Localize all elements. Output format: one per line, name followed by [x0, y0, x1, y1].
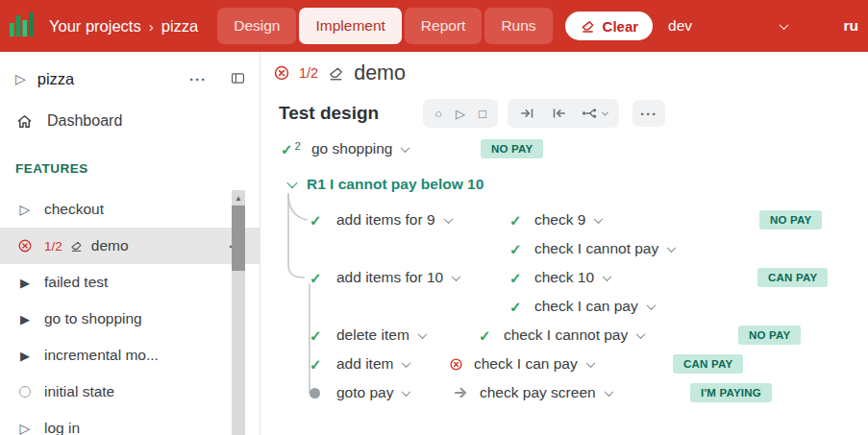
tree-row[interactable]: ✓ delete item ✓ check I cannot pay NO PA…: [310, 321, 868, 350]
state-badge: CAN PAY: [673, 354, 743, 374]
passed-check-icon: ✓: [509, 271, 522, 285]
sidebar: ▷ pizza ··· Dashboard FEATURES: [0, 52, 260, 435]
passed-check-icon: ✓: [310, 213, 322, 228]
tab-design[interactable]: Design: [217, 8, 296, 44]
branch-select[interactable]: dev: [664, 17, 791, 35]
chevron-down-icon[interactable]: [452, 272, 461, 281]
sidebar-item-go-to-shopping[interactable]: ▶ go to shopping: [0, 301, 260, 337]
action-label[interactable]: goto pay: [336, 384, 393, 401]
top-bar: Your projects › pizza Design Implement R…: [0, 0, 868, 52]
tree-row[interactable]: ✓ add items for 10 ✓ check 10 CAN PAY: [310, 263, 868, 292]
feature-label: checkout: [44, 201, 104, 218]
chevron-down-icon[interactable]: [286, 178, 297, 188]
stop-button[interactable]: □: [479, 108, 486, 120]
test-design-toolbar-row: Test design ○ ▷ □: [272, 98, 868, 129]
toolbar-more-button[interactable]: ···: [632, 100, 665, 127]
scroll-up-arrow[interactable]: ▲: [232, 190, 245, 205]
tree-row[interactable]: ✓ add items for 9 ✓ check 9 NO PAY: [310, 205, 868, 234]
state-badge: CAN PAY: [757, 268, 828, 287]
check-label[interactable]: check 9: [534, 211, 585, 229]
sidebar-scrollbar[interactable]: ▲: [232, 190, 245, 435]
sidebar-item-failed-test[interactable]: ▶ failed test: [0, 264, 260, 301]
scrollbar-thumb[interactable]: [232, 205, 245, 271]
tree-sub-row[interactable]: ✓ check I cannot pay: [310, 234, 868, 263]
tab-implement[interactable]: Implement: [299, 8, 401, 44]
passed-check-icon: ✓: [310, 271, 322, 285]
check-label[interactable]: check pay screen: [480, 384, 596, 401]
chevron-down-icon[interactable]: [636, 329, 646, 339]
sidebar-project-row[interactable]: ▷ pizza ···: [0, 58, 260, 100]
state-badge: NO PAY: [759, 210, 822, 230]
feature-label: incremental mo...: [44, 347, 159, 364]
chevron-down-icon: [602, 109, 608, 115]
chevron-down-icon[interactable]: [667, 243, 677, 253]
record-button[interactable]: ○: [434, 108, 442, 120]
chevron-down-icon[interactable]: [402, 387, 411, 397]
chevron-down-icon[interactable]: [443, 214, 453, 224]
clear-button-label: Clear: [603, 18, 639, 35]
check-label[interactable]: check I can pay: [534, 298, 638, 315]
action-label[interactable]: add items for 9: [336, 211, 435, 229]
fail-count: 1/2: [44, 239, 62, 254]
fail-count: 1/2: [299, 65, 318, 81]
tree-sub-row[interactable]: ✓ check I can pay: [310, 292, 868, 321]
skip-to-end-icon[interactable]: [519, 105, 536, 122]
sidebar-item-demo[interactable]: 1/2 demo ···: [0, 228, 260, 264]
logo-bars-icon: [10, 12, 36, 40]
chevron-down-icon: [780, 20, 789, 30]
check-label[interactable]: check I cannot pay: [504, 326, 628, 344]
tree-row[interactable]: ✓ add item check I can pay: [310, 350, 868, 378]
check-label[interactable]: check 10: [534, 269, 594, 286]
node-label[interactable]: go shopping: [311, 140, 392, 157]
action-label[interactable]: delete item: [336, 326, 409, 344]
play-outline-icon: ▷: [20, 203, 31, 216]
check-label[interactable]: check I can pay: [474, 355, 578, 373]
home-icon: [15, 112, 34, 131]
sidebar-item-initial-state[interactable]: initial state: [0, 374, 260, 410]
sidebar-item-checkout[interactable]: ▷ checkout: [0, 191, 260, 228]
rule-group-title[interactable]: R1 I cannot pay below 10: [307, 176, 484, 193]
features-header: FEATURES: [15, 161, 260, 176]
section-title: Test design: [279, 103, 379, 124]
passed-check-icon: ✓: [509, 242, 522, 256]
tree-row[interactable]: goto pay check pay screen: [310, 378, 868, 407]
pass-count: 2: [295, 140, 301, 152]
run-button[interactable]: ru: [844, 17, 859, 35]
chevron-down-icon[interactable]: [401, 143, 410, 153]
breadcrumb-projects-link[interactable]: Your projects: [49, 17, 141, 36]
play-button[interactable]: ▷: [456, 108, 465, 120]
collapse-sidebar-button[interactable]: [230, 70, 246, 88]
passed-check-icon: ✓: [310, 328, 322, 343]
rule-group-body: ✓ add items for 9 ✓ check 9 NO PAY: [272, 205, 868, 407]
play-outline-icon: ▷: [15, 72, 26, 85]
sidebar-item-dashboard[interactable]: Dashboard: [0, 100, 260, 142]
tab-runs[interactable]: Runs: [484, 8, 552, 44]
error-circle-icon: [449, 357, 463, 372]
clear-button[interactable]: Clear: [565, 12, 654, 40]
chevron-down-icon[interactable]: [402, 358, 411, 368]
features-list: ▷ checkout 1/2 demo: [0, 191, 260, 435]
main-panel: 1/2 demo Test design ○ ▷ □: [260, 52, 868, 435]
project-more-button[interactable]: ···: [189, 72, 207, 86]
skip-to-start-icon[interactable]: [550, 105, 567, 122]
chevron-down-icon[interactable]: [603, 272, 612, 281]
app-logo-icon[interactable]: [10, 12, 36, 40]
branch-view-button[interactable]: [581, 105, 608, 122]
step-controls-group: [508, 99, 619, 128]
action-label[interactable]: add item: [336, 355, 393, 373]
chevron-down-icon[interactable]: [417, 329, 427, 339]
tree-node-go-shopping[interactable]: ✓ 2 go shopping NO PAY: [272, 134, 868, 163]
chevron-down-icon[interactable]: [594, 214, 604, 224]
flow-branch-icon: [581, 105, 598, 122]
check-label[interactable]: check I cannot pay: [534, 240, 658, 257]
chevron-down-icon[interactable]: [585, 358, 595, 368]
sidebar-item-incremental[interactable]: ▶ incremental mo...: [0, 337, 260, 374]
tab-report[interactable]: Report: [405, 8, 483, 44]
chevron-down-icon[interactable]: [604, 387, 613, 397]
sidebar-item-log-in[interactable]: ▷ log in: [0, 410, 260, 435]
rule-group-header[interactable]: R1 I cannot pay below 10: [272, 170, 868, 199]
action-label[interactable]: add items for 10: [336, 269, 443, 286]
window-body: ▷ pizza ··· Dashboard FEATURES: [0, 52, 868, 435]
breadcrumb-current-project[interactable]: pizza: [161, 17, 199, 36]
chevron-down-icon[interactable]: [646, 301, 656, 310]
